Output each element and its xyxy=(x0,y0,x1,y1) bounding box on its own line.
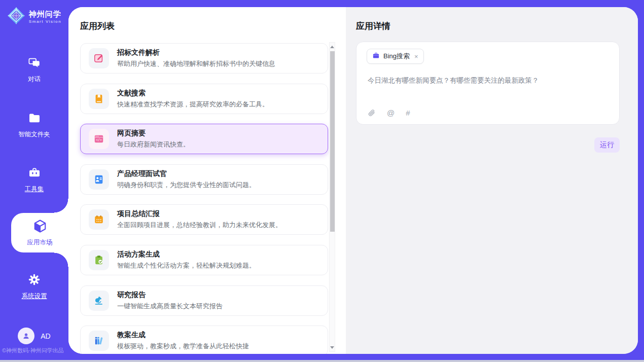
app-card-desc: 明确身份和职责，为您提供专业性的面试问题。 xyxy=(117,180,256,190)
mention-icon[interactable]: @ xyxy=(387,108,395,117)
app-card-pm-interviewer[interactable]: 产品经理面试官 明确身份和职责，为您提供专业性的面试问题。 xyxy=(80,164,328,195)
user-account[interactable]: AD xyxy=(0,328,68,344)
copyright-text: ©神州数码·神州问学出品 xyxy=(2,347,68,354)
app-card-title: 招标文件解析 xyxy=(117,48,275,57)
sidebar: 神州问学 Smart Vision 对话 智能文件夹 xyxy=(0,0,68,360)
app-card-desc: 全面回顾项目进展，总结经验教训，助力未来优化发展。 xyxy=(117,221,282,230)
app-card-desc: 模板驱动，教案秒成，教学准备从此轻松快捷 xyxy=(117,342,249,351)
app-card-title: 文献搜索 xyxy=(117,89,269,98)
app-card-title: 网页摘要 xyxy=(117,129,190,138)
pen-square-icon xyxy=(89,48,109,68)
app-card-desc: 一键智能生成高质量长文本研究报告 xyxy=(117,302,223,311)
main-content: 应用列表 招标文件解析 帮助用户快速、准确地理解和解析招标书中的关键信息 xyxy=(68,7,638,354)
briefcase-icon xyxy=(372,52,380,61)
app-card-lesson-plan[interactable]: 教案生成 模板驱动，教案秒成，教学准备从此轻松快捷 xyxy=(80,325,328,354)
chat-icon xyxy=(28,56,41,71)
prompt-input[interactable]: 今日湖北有哪些新闻要点？有哪些需要关注的最新政策？ xyxy=(368,76,609,86)
app-card-research-report[interactable]: 研究报告 一键智能生成高质量长文本研究报告 xyxy=(80,285,328,316)
app-card-project-summary[interactable]: 项目总结汇报 全面回顾项目进展，总结经验教训，助力未来优化发展。 xyxy=(80,204,328,235)
sidebar-item-app-market-active[interactable]: 应用市场 xyxy=(11,213,68,252)
sidebar-item-label: 智能文件夹 xyxy=(18,130,50,139)
app-card-event-plan[interactable]: 活动方案生成 智能生成个性化活动方案，轻松解决规划难题。 xyxy=(80,245,328,275)
scrollbar-thumb[interactable] xyxy=(330,51,335,232)
user-initials: AD xyxy=(41,332,50,340)
sidebar-item-label: 工具集 xyxy=(25,185,44,194)
prompt-card: Bing搜索 × 今日湖北有哪些新闻要点？有哪些需要关注的最新政策？ @ # xyxy=(356,42,620,125)
scroll-down-icon[interactable] xyxy=(330,344,335,351)
interviewer-icon xyxy=(89,169,109,190)
sidebar-item-settings[interactable]: 系统设置 xyxy=(0,273,68,301)
scroll-up-icon[interactable] xyxy=(330,43,335,50)
calendar-note-icon xyxy=(89,209,109,230)
paperclip-icon[interactable] xyxy=(367,108,376,117)
app-card-list: 招标文件解析 帮助用户快速、准确地理解和解析招标书中的关键信息 文献搜索 快速精… xyxy=(80,43,328,354)
sidebar-item-label: 应用市场 xyxy=(27,238,53,247)
folder-icon xyxy=(28,112,41,127)
app-card-desc: 智能生成个性化活动方案，轻松解决规划难题。 xyxy=(117,261,256,270)
brand-name: 神州问学 xyxy=(29,10,61,19)
books-icon xyxy=(89,331,109,351)
app-card-desc: 快速精准查找学术资源，提高研究效率的必备工具。 xyxy=(117,100,269,109)
app-list-panel: 应用列表 招标文件解析 帮助用户快速、准确地理解和解析招标书中的关键信息 xyxy=(68,7,346,354)
attachment-toolbar: @ # xyxy=(367,108,410,117)
app-card-desc: 每日政府新闻资讯快查。 xyxy=(117,140,190,149)
close-icon[interactable]: × xyxy=(414,53,418,60)
cube-icon xyxy=(32,219,48,236)
svg-text:</>: </> xyxy=(96,138,102,142)
sidebar-item-label: 对话 xyxy=(28,75,41,84)
app-card-desc: 帮助用户快速、准确地理解和解析招标书中的关键信息 xyxy=(117,59,275,68)
app-list-title: 应用列表 xyxy=(80,20,115,32)
app-card-title: 项目总结汇报 xyxy=(117,209,282,219)
sidebar-item-smart-folders[interactable]: 智能文件夹 xyxy=(0,112,68,139)
tool-tag-label: Bing搜索 xyxy=(383,52,410,61)
app-card-title: 教案生成 xyxy=(117,331,249,340)
app-card-web-summary-selected[interactable]: </> 网页摘要 每日政府新闻资讯快查。 xyxy=(80,124,328,154)
list-scrollbar xyxy=(329,42,335,352)
brand-text: 神州问学 Smart Vision xyxy=(29,10,61,24)
microscope-icon xyxy=(89,291,109,311)
hashtag-icon[interactable]: # xyxy=(406,108,410,117)
browser-code-icon: </> xyxy=(89,129,109,149)
app-card-bid-document-parsing[interactable]: 招标文件解析 帮助用户快速、准确地理解和解析招标书中的关键信息 xyxy=(80,43,328,74)
run-button[interactable]: 运行 xyxy=(594,137,620,153)
sidebar-item-toolset[interactable]: 工具集 xyxy=(0,166,68,194)
app-detail-title: 应用详情 xyxy=(356,20,390,32)
app-detail-panel: 应用详情 Bing搜索 × 今日湖北有哪些新闻要点？有哪些需要关注的最新政策？ xyxy=(346,7,638,354)
tool-tag-bing-search[interactable]: Bing搜索 × xyxy=(367,49,424,64)
app-card-title: 产品经理面试官 xyxy=(117,169,256,178)
sidebar-item-chat[interactable]: 对话 xyxy=(0,56,68,84)
window-bottom-edge xyxy=(0,360,644,362)
app-card-title: 活动方案生成 xyxy=(117,250,256,259)
avatar xyxy=(18,328,34,344)
brand-subtitle: Smart Vision xyxy=(29,19,61,24)
diamond-logo-icon xyxy=(7,7,25,27)
app-card-title: 研究报告 xyxy=(117,291,223,300)
brand-logo: 神州问学 Smart Vision xyxy=(0,7,68,27)
book-icon xyxy=(89,89,109,109)
toolbox-icon xyxy=(28,166,41,182)
gear-icon xyxy=(27,273,41,288)
sidebar-item-label: 系统设置 xyxy=(22,292,47,301)
app-card-literature-search[interactable]: 文献搜索 快速精准查找学术资源，提高研究效率的必备工具。 xyxy=(80,84,328,114)
clipboard-check-icon xyxy=(89,250,109,270)
